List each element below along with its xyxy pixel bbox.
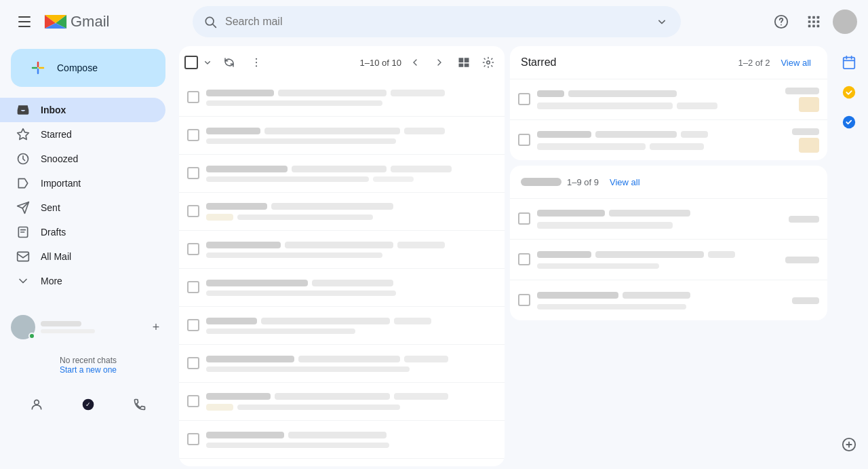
table-row[interactable] xyxy=(179,421,505,459)
section-row-3[interactable] xyxy=(510,280,827,320)
starred-row-checkbox-2[interactable] xyxy=(518,134,532,147)
section-row-1[interactable] xyxy=(510,198,827,239)
compose-label: Compose xyxy=(57,62,98,73)
account-avatar[interactable] xyxy=(833,10,857,34)
table-row[interactable] xyxy=(179,269,505,307)
draft-icon xyxy=(16,225,30,239)
row-checkbox[interactable] xyxy=(187,281,201,295)
section-row-content-1 xyxy=(537,210,760,229)
row-content xyxy=(206,393,496,411)
table-row[interactable] xyxy=(179,117,505,155)
row-content xyxy=(206,166,496,182)
starred-row-checkbox-1[interactable] xyxy=(518,93,532,107)
pagination-prev-button[interactable] xyxy=(404,52,426,73)
row-checkbox[interactable] xyxy=(187,357,201,371)
row-checkbox[interactable] xyxy=(187,129,201,143)
select-dropdown-button[interactable] xyxy=(201,56,214,69)
right-add-button[interactable] xyxy=(835,431,863,458)
section-row-meta-1 xyxy=(765,216,819,223)
starred-row-content-1 xyxy=(537,90,760,109)
svg-rect-11 xyxy=(817,16,820,19)
table-row[interactable] xyxy=(179,155,505,193)
row-content xyxy=(206,90,496,106)
table-row[interactable] xyxy=(179,231,505,269)
help-button[interactable] xyxy=(768,8,795,35)
starred-row-meta-1 xyxy=(765,88,819,112)
settings-button[interactable] xyxy=(477,52,499,73)
compose-plus-icon xyxy=(27,57,49,79)
add-account-button[interactable]: + xyxy=(146,318,165,337)
contacts-button[interactable] xyxy=(23,391,50,418)
menu-button[interactable] xyxy=(11,8,38,35)
sidebar-item-more-label: More xyxy=(41,276,62,286)
tasks-button[interactable]: ✓ xyxy=(75,391,102,418)
calendar-sidebar-button[interactable] xyxy=(835,49,863,76)
mail-icon xyxy=(16,250,30,263)
starred-view-all-button[interactable]: View all xyxy=(775,55,816,71)
account-row[interactable]: + xyxy=(5,309,171,345)
search-input[interactable] xyxy=(225,16,646,28)
sidebar-item-more[interactable]: More xyxy=(0,269,165,293)
section-row-checkbox-3[interactable] xyxy=(518,294,532,307)
table-row[interactable] xyxy=(179,79,505,117)
row-checkbox[interactable] xyxy=(187,167,201,181)
sidebar-item-starred[interactable]: Starred xyxy=(0,122,165,147)
sidebar-item-snoozed[interactable]: Snoozed xyxy=(0,147,165,171)
svg-rect-42 xyxy=(844,58,855,69)
compose-button[interactable]: Compose xyxy=(11,49,165,87)
row-checkbox[interactable] xyxy=(187,319,201,333)
pagination-info: 1–10 of 10 xyxy=(360,52,499,73)
account-name xyxy=(41,321,141,333)
pagination-next-button[interactable] xyxy=(429,52,450,73)
row-checkbox[interactable] xyxy=(187,433,201,447)
sidebar-item-sent[interactable]: Sent xyxy=(0,195,165,220)
more-options-button[interactable] xyxy=(244,50,269,75)
sidebar-item-drafts-label: Drafts xyxy=(41,227,66,238)
row-content xyxy=(206,318,496,334)
meet-sidebar-button[interactable] xyxy=(835,109,863,136)
sidebar-item-inbox[interactable]: Inbox xyxy=(0,98,165,122)
inbox-icon xyxy=(16,103,30,117)
second-section-category-tag xyxy=(521,178,561,186)
table-row[interactable] xyxy=(179,383,505,421)
starred-row-1[interactable] xyxy=(510,79,827,119)
sidebar-item-all-mail[interactable]: All Mail xyxy=(0,244,165,269)
svg-point-31 xyxy=(35,400,39,405)
second-section-count: 1–9 of 9 xyxy=(567,177,599,187)
refresh-button[interactable] xyxy=(217,50,241,75)
row-checkbox[interactable] xyxy=(187,205,201,219)
row-content xyxy=(206,242,496,258)
phone-button[interactable] xyxy=(126,391,153,418)
starred-section-header: Starred 1–2 of 2 View all xyxy=(510,46,827,79)
row-content xyxy=(206,432,496,448)
search-options-button[interactable] xyxy=(654,14,670,30)
tasks-sidebar-button[interactable] xyxy=(835,79,863,106)
sidebar-item-important[interactable]: Important xyxy=(0,171,165,195)
search-bar[interactable] xyxy=(193,6,681,37)
content-area: 1–10 of 10 xyxy=(176,43,830,469)
second-view-all-button[interactable]: View all xyxy=(604,174,646,190)
starred-row-2[interactable] xyxy=(510,119,827,160)
sidebar-footer-icons: ✓ xyxy=(0,386,176,426)
row-checkbox[interactable] xyxy=(187,395,201,409)
row-checkbox[interactable] xyxy=(187,243,201,257)
table-row[interactable] xyxy=(179,307,505,345)
clock-icon xyxy=(16,152,30,166)
section-row-checkbox-1[interactable] xyxy=(518,212,532,226)
sidebar-item-snoozed-label: Snoozed xyxy=(41,153,78,164)
start-new-chat-link[interactable]: Start a new one xyxy=(60,365,117,375)
select-all-checkbox[interactable] xyxy=(184,56,198,69)
right-pane: Starred 1–2 of 2 View all xyxy=(510,43,830,469)
svg-rect-30 xyxy=(18,252,29,261)
svg-marker-23 xyxy=(18,129,29,140)
row-checkbox[interactable] xyxy=(187,91,201,105)
apps-button[interactable] xyxy=(800,8,827,35)
table-row[interactable] xyxy=(179,193,505,231)
section-row-2[interactable] xyxy=(510,239,827,280)
svg-rect-12 xyxy=(808,20,811,23)
section-row-checkbox-2[interactable] xyxy=(518,253,532,267)
table-row[interactable] xyxy=(179,345,505,383)
section-row-meta-3 xyxy=(765,297,819,304)
sidebar-item-drafts[interactable]: Drafts xyxy=(0,220,165,244)
layout-toggle-button[interactable] xyxy=(453,52,475,73)
